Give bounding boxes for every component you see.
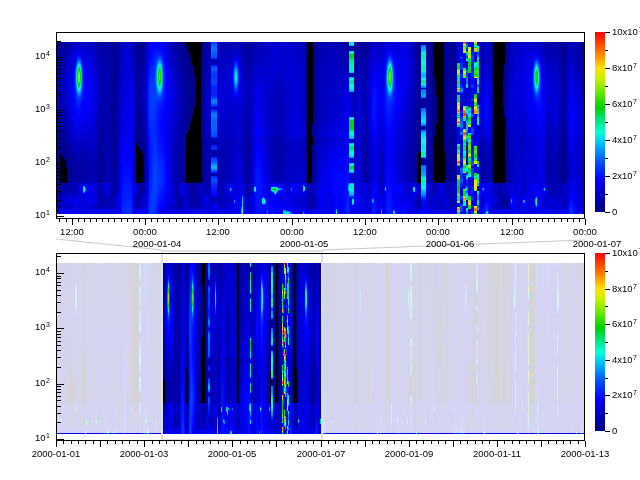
y-tick-label-zoom-3: 103 xyxy=(35,104,50,115)
zoom-x-tick-label-3: 00:00 xyxy=(280,227,304,237)
y-tick-label-context-3: 103 xyxy=(35,322,50,333)
colorbar-zoom-tick-label-2: 4x107 xyxy=(612,135,637,146)
colorbar-context-tick-label-4: 8x107 xyxy=(612,284,637,295)
context-x-date-label-0: 2000-01-01 xyxy=(32,449,81,459)
colorbar-context-tick-label-3: 6x107 xyxy=(612,319,637,330)
colorbar-zoom-tick-label-1: 2x107 xyxy=(612,171,637,182)
y-tick-label-zoom-4: 104 xyxy=(35,51,50,62)
context-x-date-label-8: 2000-01-09 xyxy=(385,449,434,459)
context-x-date-label-6: 2000-01-07 xyxy=(297,449,346,459)
y-tick-label-zoom-1: 101 xyxy=(35,210,50,221)
context-x-date-label-10: 2000-01-11 xyxy=(473,449,521,459)
context-x-date-label-2: 2000-01-03 xyxy=(120,449,169,459)
zoom-x-date-label-3: 2000-01-05 xyxy=(280,239,329,249)
colorbar-context-tick-label-1: 2x107 xyxy=(612,390,637,401)
colorbar-zoom-tick-label-3: 6x107 xyxy=(612,99,637,110)
zoom-x-date-label-5: 2000-01-06 xyxy=(426,239,475,249)
colorbar-zoom-tick-label-5: 10x107 xyxy=(612,27,640,38)
colorbar-zoom-tick-label-0: 0 xyxy=(612,207,617,217)
zoom-x-date-label-1: 2000-01-04 xyxy=(133,239,182,249)
colorbar-context-tick-label-5: 10x107 xyxy=(612,248,640,259)
colorbar-context-tick-label-2: 4x107 xyxy=(612,355,637,366)
y-tick-label-context-1: 101 xyxy=(35,433,50,444)
zoom-x-tick-label-5: 00:00 xyxy=(426,227,450,237)
zoom-x-tick-label-4: 12:00 xyxy=(353,227,377,237)
zoom-x-tick-label-1: 00:00 xyxy=(133,227,157,237)
y-tick-label-context-2: 102 xyxy=(35,378,50,389)
colorbar-context-tick-label-0: 0 xyxy=(612,426,617,436)
zoom-x-tick-label-0: 12:00 xyxy=(60,227,84,237)
y-tick-label-context-4: 104 xyxy=(35,267,50,278)
time-range-selection-box[interactable] xyxy=(161,250,323,441)
y-tick-label-zoom-2: 102 xyxy=(35,157,50,168)
colorbar-zoom-tick-label-4: 8x107 xyxy=(612,63,637,74)
spectrogram-figure: 10110210310410110210310412:0000:002000-0… xyxy=(0,0,640,480)
zoomed-spectrogram-plot[interactable] xyxy=(56,32,585,219)
zoom-x-tick-label-6: 12:00 xyxy=(500,227,524,237)
zoom-x-tick-label-7: 00:00 xyxy=(573,227,597,237)
context-x-date-label-4: 2000-01-05 xyxy=(208,449,257,459)
context-x-date-label-12: 2000-01-13 xyxy=(561,449,610,459)
zoom-x-tick-label-2: 12:00 xyxy=(206,227,230,237)
